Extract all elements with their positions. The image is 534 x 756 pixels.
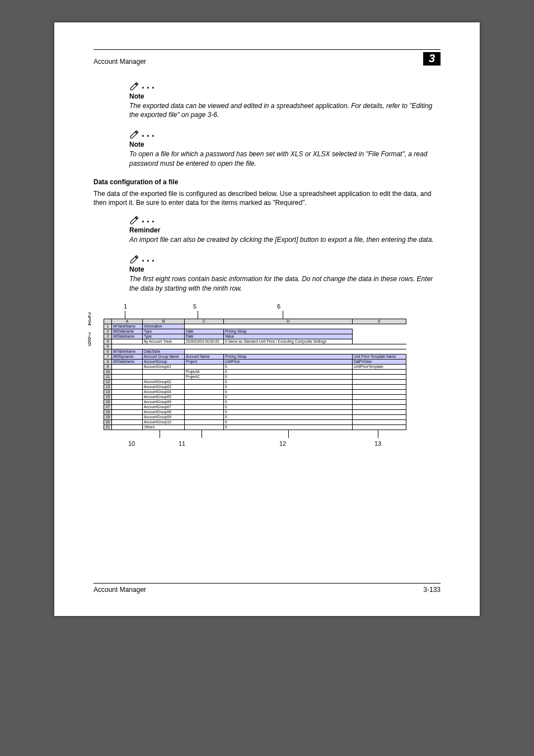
table-row: 8##DataNameAccountGroupProjectUnitPriceD… <box>104 359 406 364</box>
table-row: 10ProjectA0 <box>104 369 406 374</box>
chapter-number: 3 <box>423 52 441 66</box>
page-header: Account Manager 3 <box>93 52 441 66</box>
table-row: 3##DataNameTypeDateValue <box>104 334 406 339</box>
note-icon <box>129 129 139 139</box>
note-label: Note <box>129 141 441 148</box>
table-row: 2##DatanameTypeDatePricing Setup <box>104 329 406 334</box>
note-icon <box>129 81 139 91</box>
table-row: 12AccountGroup020 <box>104 379 406 384</box>
page-footer: Account Manager 3-133 <box>93 583 441 594</box>
note-icon <box>129 254 139 264</box>
reminder-body: An import file can also be created by cl… <box>129 235 441 244</box>
document-page: Account Manager 3 ... Note The exported … <box>54 22 480 616</box>
section-paragraph: The data of the exported file is configu… <box>93 189 441 207</box>
spreadsheet-table: A B C D E 1##TableNameInformation 2##Dat… <box>104 319 406 430</box>
ellipsis-icon: ... <box>142 80 157 90</box>
table-row: 19AccountGroup090 <box>104 414 406 419</box>
table-row: 20AccountGroup100 <box>104 419 406 424</box>
footer-rule <box>93 583 441 584</box>
ellipsis-icon: ... <box>142 214 157 224</box>
header-rule <box>93 49 441 50</box>
running-title: Account Manager <box>93 58 146 66</box>
callout-9: 9 <box>88 342 91 347</box>
callout-10: 10 <box>104 440 160 447</box>
ellipsis-icon: ... <box>142 253 157 263</box>
note-block-3: ... Note The first eight rows contain ba… <box>129 254 441 292</box>
ellipsis-icon: ... <box>142 128 157 138</box>
callout-1: 1 <box>104 303 147 310</box>
table-row: 17AccountGroup070 <box>104 404 406 409</box>
callout-6: 6 <box>231 303 326 310</box>
footer-right: 3-133 <box>423 586 441 594</box>
top-callouts: 1 5 6 <box>104 303 441 310</box>
column-header-row: A B C D E <box>104 319 406 324</box>
callout-11: 11 <box>160 440 204 447</box>
note-block-2: ... Note To open a file for which a pass… <box>129 129 441 167</box>
table-row: 21Others0 <box>104 424 406 430</box>
left-callouts: 2 3 4 7 8 9 <box>88 313 91 347</box>
table-row: 15AccountGroup050 <box>104 394 406 399</box>
spreadsheet-figure: 1 5 6 2 3 4 7 8 9 <box>93 303 441 447</box>
table-row: 9AccountGroup010UnitPriceTemplate <box>104 364 406 369</box>
table-row: 1##TableNameInformation <box>104 324 406 329</box>
bottom-callouts: 10 11 12 13 <box>104 440 441 447</box>
table-row: 16AccountGroup060 <box>104 399 406 404</box>
reminder-label: Reminder <box>129 226 441 234</box>
table-row: 6##TableNameDataTable <box>104 349 406 354</box>
note-body: The exported data can be viewed and edit… <box>129 101 441 119</box>
callout-4: 4 <box>88 322 91 326</box>
table-row: 7##DispnameAccount Group NameAccount Nam… <box>104 354 406 359</box>
note-body: To open a file for which a password has … <box>129 150 441 167</box>
table-row: 14AccountGroup040 <box>104 389 406 394</box>
note-block-1: ... Note The exported data can be viewed… <box>129 81 441 119</box>
main-content: ... Note The exported data can be viewed… <box>129 81 441 447</box>
footer-left: Account Manager <box>93 586 146 594</box>
note-body: The first eight rows contain basic infor… <box>129 274 441 292</box>
table-row: 18AccountGroup080 <box>104 409 406 414</box>
section-heading: Data configuration of a file <box>93 178 441 186</box>
reminder-block: ... Reminder An import file can also be … <box>129 215 441 244</box>
note-icon <box>129 215 139 225</box>
table-row: 13AccountGroup030 <box>104 384 406 389</box>
callout-12: 12 <box>204 440 361 447</box>
table-row: 4By Account Track2020/03/03 00:00:020:Sa… <box>104 339 406 344</box>
callout-5: 5 <box>158 303 231 310</box>
table-row: 11ProjectC0 <box>104 374 406 379</box>
note-label: Note <box>129 92 441 100</box>
note-label: Note <box>129 265 441 273</box>
callout-13: 13 <box>361 440 395 447</box>
table-row: 5 <box>104 344 406 349</box>
